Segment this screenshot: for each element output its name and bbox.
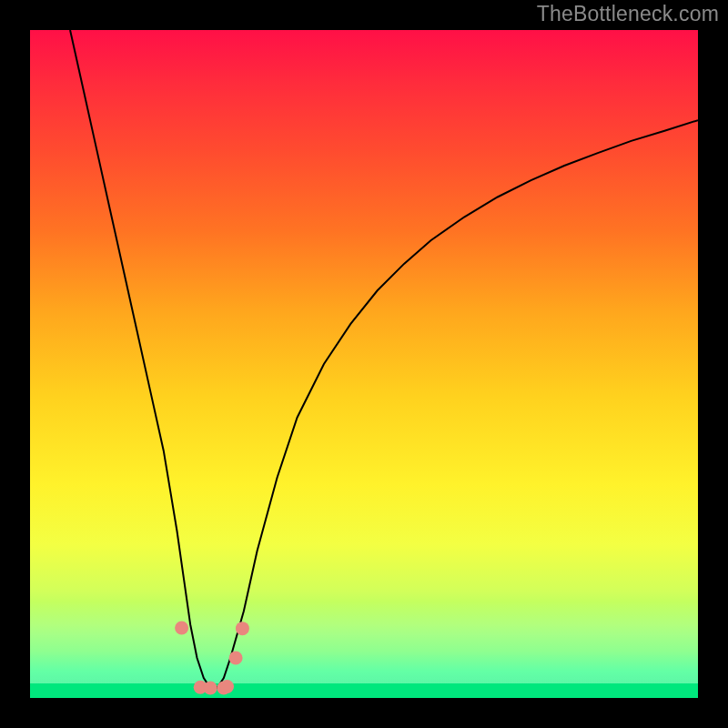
data-marker: [229, 651, 243, 664]
plot-area: [30, 30, 698, 698]
data-marker: [236, 622, 249, 635]
data-marker: [220, 680, 234, 693]
marker-group: [175, 621, 249, 694]
chart-svg: [30, 30, 698, 698]
bottleneck-curve: [70, 30, 698, 688]
data-marker: [175, 621, 188, 634]
data-marker: [204, 681, 217, 694]
watermark-text: TheBottleneck.com: [537, 2, 719, 26]
chart-frame: TheBottleneck.com: [0, 0, 728, 728]
